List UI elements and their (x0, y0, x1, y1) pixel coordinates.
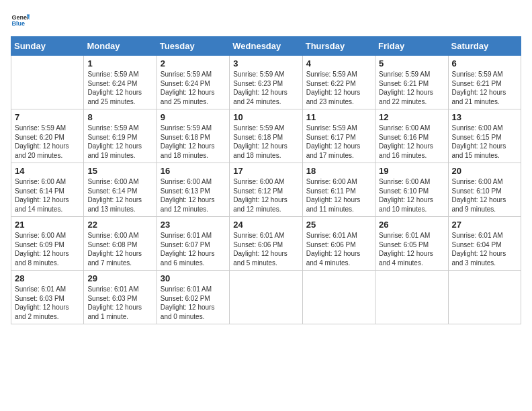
cell-info-text: Sunrise: 5:59 AM Sunset: 6:23 PM Dayligh… (233, 70, 298, 106)
calendar-header-row: SundayMondayTuesdayWednesdayThursdayFrid… (11, 37, 521, 56)
calendar-cell: 19Sunrise: 6:00 AM Sunset: 6:10 PM Dayli… (375, 163, 448, 217)
cell-info-text: Sunrise: 5:59 AM Sunset: 6:21 PM Dayligh… (379, 70, 444, 106)
cell-date-number: 23 (161, 220, 226, 230)
cell-info-text: Sunrise: 5:59 AM Sunset: 6:21 PM Dayligh… (452, 70, 517, 106)
cell-info-text: Sunrise: 6:00 AM Sunset: 6:16 PM Dayligh… (379, 124, 444, 160)
calendar-cell: 21Sunrise: 6:00 AM Sunset: 6:09 PM Dayli… (11, 217, 84, 271)
cell-info-text: Sunrise: 5:59 AM Sunset: 6:19 PM Dayligh… (87, 124, 152, 160)
cell-date-number: 29 (87, 273, 152, 283)
cell-date-number: 14 (15, 166, 80, 176)
cell-info-text: Sunrise: 6:01 AM Sunset: 6:07 PM Dayligh… (161, 231, 226, 267)
logo: General Blue (11, 11, 30, 30)
calendar-cell: 27Sunrise: 6:01 AM Sunset: 6:04 PM Dayli… (448, 217, 521, 271)
calendar-week-row: 7Sunrise: 5:59 AM Sunset: 6:20 PM Daylig… (11, 109, 521, 163)
day-header-monday: Monday (84, 37, 157, 56)
cell-info-text: Sunrise: 5:59 AM Sunset: 6:24 PM Dayligh… (161, 70, 226, 106)
cell-date-number: 24 (233, 220, 298, 230)
calendar-cell (230, 271, 302, 324)
calendar-cell: 3Sunrise: 5:59 AM Sunset: 6:23 PM Daylig… (230, 56, 302, 109)
calendar-cell: 26Sunrise: 6:01 AM Sunset: 6:05 PM Dayli… (375, 217, 448, 271)
cell-info-text: Sunrise: 6:00 AM Sunset: 6:09 PM Dayligh… (15, 231, 80, 267)
day-header-sunday: Sunday (11, 37, 84, 56)
calendar-cell: 7Sunrise: 5:59 AM Sunset: 6:20 PM Daylig… (11, 109, 84, 163)
calendar-week-row: 1Sunrise: 5:59 AM Sunset: 6:24 PM Daylig… (11, 56, 521, 109)
cell-info-text: Sunrise: 5:59 AM Sunset: 6:18 PM Dayligh… (233, 124, 298, 160)
cell-info-text: Sunrise: 6:00 AM Sunset: 6:12 PM Dayligh… (233, 177, 298, 214)
cell-info-text: Sunrise: 5:59 AM Sunset: 6:20 PM Dayligh… (15, 124, 80, 160)
cell-date-number: 18 (306, 166, 371, 176)
cell-info-text: Sunrise: 6:01 AM Sunset: 6:03 PM Dayligh… (15, 285, 80, 321)
cell-info-text: Sunrise: 6:01 AM Sunset: 6:02 PM Dayligh… (161, 285, 226, 321)
calendar-cell: 22Sunrise: 6:00 AM Sunset: 6:08 PM Dayli… (84, 217, 157, 271)
calendar-table: SundayMondayTuesdayWednesdayThursdayFrid… (11, 36, 521, 324)
cell-date-number: 17 (233, 166, 298, 176)
day-header-saturday: Saturday (448, 37, 521, 56)
cell-info-text: Sunrise: 6:00 AM Sunset: 6:08 PM Dayligh… (87, 231, 152, 267)
calendar-cell (375, 271, 448, 324)
calendar-cell: 13Sunrise: 6:00 AM Sunset: 6:15 PM Dayli… (448, 109, 521, 163)
cell-date-number: 10 (233, 112, 298, 122)
cell-date-number: 2 (161, 58, 226, 68)
cell-date-number: 3 (233, 58, 298, 68)
calendar-cell: 17Sunrise: 6:00 AM Sunset: 6:12 PM Dayli… (230, 163, 302, 217)
calendar-cell: 9Sunrise: 5:59 AM Sunset: 6:18 PM Daylig… (157, 109, 229, 163)
calendar-cell: 16Sunrise: 6:00 AM Sunset: 6:13 PM Dayli… (157, 163, 229, 217)
calendar-week-row: 21Sunrise: 6:00 AM Sunset: 6:09 PM Dayli… (11, 217, 521, 271)
cell-info-text: Sunrise: 6:01 AM Sunset: 6:06 PM Dayligh… (306, 231, 371, 267)
day-header-thursday: Thursday (302, 37, 375, 56)
cell-info-text: Sunrise: 5:59 AM Sunset: 6:18 PM Dayligh… (161, 124, 226, 160)
cell-info-text: Sunrise: 6:00 AM Sunset: 6:10 PM Dayligh… (452, 177, 517, 214)
cell-date-number: 11 (306, 112, 371, 122)
calendar-cell: 6Sunrise: 5:59 AM Sunset: 6:21 PM Daylig… (448, 56, 521, 109)
cell-date-number: 22 (87, 220, 152, 230)
cell-info-text: Sunrise: 6:00 AM Sunset: 6:10 PM Dayligh… (379, 177, 444, 214)
cell-info-text: Sunrise: 6:01 AM Sunset: 6:06 PM Dayligh… (233, 231, 298, 267)
calendar-cell: 1Sunrise: 5:59 AM Sunset: 6:24 PM Daylig… (84, 56, 157, 109)
calendar-cell: 15Sunrise: 6:00 AM Sunset: 6:14 PM Dayli… (84, 163, 157, 217)
cell-date-number: 19 (379, 166, 444, 176)
page-header: General Blue (11, 11, 521, 30)
cell-date-number: 12 (379, 112, 444, 122)
calendar-cell (302, 271, 375, 324)
cell-date-number: 15 (87, 166, 152, 176)
cell-info-text: Sunrise: 6:00 AM Sunset: 6:13 PM Dayligh… (161, 177, 226, 214)
calendar-cell (11, 56, 84, 109)
calendar-cell: 2Sunrise: 5:59 AM Sunset: 6:24 PM Daylig… (157, 56, 229, 109)
cell-date-number: 4 (306, 58, 371, 68)
cell-date-number: 21 (15, 220, 80, 230)
cell-date-number: 8 (87, 112, 152, 122)
cell-date-number: 30 (161, 273, 226, 283)
calendar-cell: 28Sunrise: 6:01 AM Sunset: 6:03 PM Dayli… (11, 271, 84, 324)
calendar-cell: 30Sunrise: 6:01 AM Sunset: 6:02 PM Dayli… (157, 271, 229, 324)
cell-info-text: Sunrise: 6:01 AM Sunset: 6:05 PM Dayligh… (379, 231, 444, 267)
cell-date-number: 13 (452, 112, 517, 122)
calendar-cell: 18Sunrise: 6:00 AM Sunset: 6:11 PM Dayli… (302, 163, 375, 217)
calendar-cell: 25Sunrise: 6:01 AM Sunset: 6:06 PM Dayli… (302, 217, 375, 271)
calendar-week-row: 14Sunrise: 6:00 AM Sunset: 6:14 PM Dayli… (11, 163, 521, 217)
cell-info-text: Sunrise: 5:59 AM Sunset: 6:17 PM Dayligh… (306, 124, 371, 160)
cell-info-text: Sunrise: 5:59 AM Sunset: 6:22 PM Dayligh… (306, 70, 371, 106)
cell-date-number: 9 (161, 112, 226, 122)
cell-date-number: 6 (452, 58, 517, 68)
calendar-cell: 20Sunrise: 6:00 AM Sunset: 6:10 PM Dayli… (448, 163, 521, 217)
calendar-cell: 4Sunrise: 5:59 AM Sunset: 6:22 PM Daylig… (302, 56, 375, 109)
cell-date-number: 20 (452, 166, 517, 176)
logo-icon: General Blue (11, 11, 30, 30)
cell-date-number: 16 (161, 166, 226, 176)
cell-info-text: Sunrise: 6:00 AM Sunset: 6:14 PM Dayligh… (15, 177, 80, 214)
day-header-tuesday: Tuesday (157, 37, 229, 56)
calendar-cell: 10Sunrise: 5:59 AM Sunset: 6:18 PM Dayli… (230, 109, 302, 163)
calendar-cell (448, 271, 521, 324)
cell-date-number: 28 (15, 273, 80, 283)
cell-date-number: 27 (452, 220, 517, 230)
calendar-cell: 11Sunrise: 5:59 AM Sunset: 6:17 PM Dayli… (302, 109, 375, 163)
cell-date-number: 7 (15, 112, 80, 122)
cell-info-text: Sunrise: 6:01 AM Sunset: 6:03 PM Dayligh… (87, 285, 152, 321)
day-header-friday: Friday (375, 37, 448, 56)
cell-info-text: Sunrise: 6:00 AM Sunset: 6:14 PM Dayligh… (87, 177, 152, 214)
cell-date-number: 25 (306, 220, 371, 230)
cell-info-text: Sunrise: 6:00 AM Sunset: 6:15 PM Dayligh… (452, 124, 517, 160)
calendar-cell: 24Sunrise: 6:01 AM Sunset: 6:06 PM Dayli… (230, 217, 302, 271)
cell-date-number: 26 (379, 220, 444, 230)
cell-info-text: Sunrise: 6:01 AM Sunset: 6:04 PM Dayligh… (452, 231, 517, 267)
